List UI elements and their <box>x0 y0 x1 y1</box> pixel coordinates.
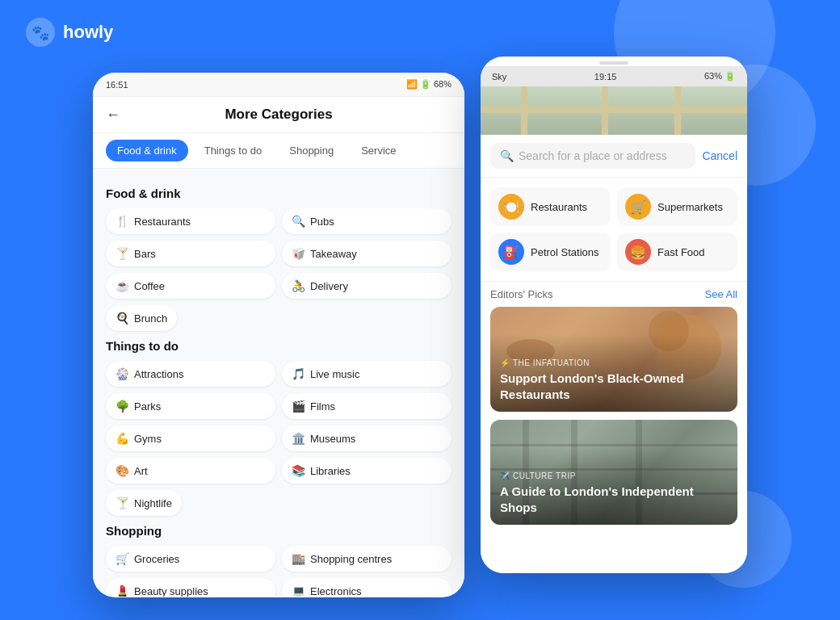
search-row: 🔍 Search for a place or address Cancel <box>490 143 737 169</box>
films-icon: 🎬 <box>292 400 305 413</box>
tab-service[interactable]: Service <box>350 140 407 161</box>
card-title-1: Support London's Black-Owned Restaurants <box>500 371 728 402</box>
editors-picks-label: Editors' Picks <box>490 288 553 300</box>
map-road-v1 <box>521 86 527 135</box>
takeaway-icon: 🥡 <box>292 247 305 260</box>
attractions-icon: 🎡 <box>116 367 129 380</box>
left-phone: 16:51 📶 🔋 68% ← More Categories Food & d… <box>93 73 464 597</box>
source-icon-2: ✈️ <box>500 471 510 480</box>
pill-right-fastfood[interactable]: 🍔 Fast Food <box>617 232 737 271</box>
pill-attractions[interactable]: 🎡 Attractions <box>106 361 275 387</box>
search-placeholder-text: Search for a place or address <box>519 149 667 162</box>
restaurants-cat-icon: 🍽️ <box>498 194 524 220</box>
card-source-2: ✈️ culture trip <box>500 471 728 480</box>
search-input-box[interactable]: 🔍 Search for a place or address <box>490 143 695 169</box>
pill-label: Gyms <box>134 433 162 445</box>
pill-restaurants[interactable]: 🍴 Restaurants <box>106 208 275 234</box>
pill-delivery[interactable]: 🚴 Delivery <box>282 273 452 299</box>
time-right: 19:15 <box>594 72 617 82</box>
petrol-cat-icon: ⛽ <box>498 239 524 265</box>
source-icon-1: ⚡ <box>500 358 510 367</box>
pill-coffee[interactable]: ☕ Coffee <box>106 273 275 299</box>
pill-takeaway[interactable]: 🥡 Takeaway <box>282 241 452 266</box>
tab-shopping[interactable]: Shopping <box>278 140 345 161</box>
categories-content: Food & drink 🍴 Restaurants 🔍 Pubs 🍸 Bars… <box>93 169 464 597</box>
pill-label: Delivery <box>310 280 348 292</box>
art-icon: 🎨 <box>116 464 129 477</box>
pubs-icon: 🔍 <box>292 215 305 228</box>
pill-live-music[interactable]: 🎵 Live music <box>282 361 452 387</box>
cancel-button[interactable]: Cancel <box>702 149 737 162</box>
pill-label: Bars <box>134 248 156 260</box>
restaurants-icon: 🍴 <box>116 215 129 228</box>
phone-header: ← More Categories <box>93 97 464 133</box>
pill-label: Nightlife <box>134 497 172 509</box>
pill-label: Attractions <box>134 368 183 380</box>
pill-label: Museums <box>310 433 355 445</box>
map-road-v3 <box>674 86 681 135</box>
drag-indicator <box>599 61 628 65</box>
pill-electronics[interactable]: 💻 Electronics <box>282 578 452 597</box>
editorial-card-2[interactable]: ✈️ culture trip A Guide to London's Inde… <box>490 420 737 525</box>
editorial-card-1[interactable]: ⚡ THE INFATUATION Support London's Black… <box>490 307 737 412</box>
pill-label: Shopping centres <box>310 553 392 565</box>
tab-things-to-do[interactable]: Things to do <box>193 140 274 161</box>
pill-label: Films <box>310 400 335 413</box>
gyms-icon: 💪 <box>116 432 129 445</box>
pill-label: Live music <box>310 368 359 380</box>
pill-films[interactable]: 🎬 Films <box>282 393 452 419</box>
shopping-grid: 🛒 Groceries 🏬 Shopping centres 💄 Beauty … <box>106 546 452 597</box>
section-title-shopping: Shopping <box>106 524 452 538</box>
pill-bars[interactable]: 🍸 Bars <box>106 241 275 266</box>
see-all-button[interactable]: See All <box>705 288 737 300</box>
pill-shopping-centres[interactable]: 🏬 Shopping centres <box>282 546 452 572</box>
pill-right-restaurants[interactable]: 🍽️ Restaurants <box>490 187 611 226</box>
fastfood-cat-icon: 🍔 <box>625 239 651 265</box>
food-grid-single: 🍳 Brunch <box>106 305 452 331</box>
card-overlay-1: ⚡ THE INFATUATION Support London's Black… <box>490 334 737 412</box>
pill-label: Coffee <box>134 280 165 292</box>
pill-label: Pubs <box>310 216 334 228</box>
tabs-bar: Food & drink Things to do Shopping Servi… <box>93 133 464 169</box>
supermarkets-cat-icon: 🛒 <box>625 194 651 220</box>
pill-label: Brunch <box>134 312 167 325</box>
battery-right: 63% 🔋 <box>704 71 736 82</box>
tab-food-drink[interactable]: Food & drink <box>106 140 188 161</box>
things-grid-single: 🍸 Nightlife <box>106 490 452 516</box>
pill-right-petrol[interactable]: ⛽ Petrol Stations <box>490 232 611 271</box>
pill-brunch[interactable]: 🍳 Brunch <box>106 305 177 331</box>
pill-groceries[interactable]: 🛒 Groceries <box>106 546 275 572</box>
back-button[interactable]: ← <box>106 107 120 124</box>
pill-beauty[interactable]: 💄 Beauty supplies <box>106 578 275 597</box>
pill-right-supermarkets[interactable]: 🛒 Supermarkets <box>617 187 737 226</box>
groceries-icon: 🛒 <box>116 552 129 565</box>
card-overlay-2: ✈️ culture trip A Guide to London's Inde… <box>490 447 737 525</box>
shopping-centres-icon: 🏬 <box>292 552 305 565</box>
section-title-food: Food & drink <box>106 186 452 200</box>
delivery-icon: 🚴 <box>292 279 305 292</box>
pill-nightlife[interactable]: 🍸 Nightlife <box>106 490 182 516</box>
right-phone: Sky 19:15 63% 🔋 🔍 Search for a place or … <box>481 57 747 573</box>
pill-label: Electronics <box>310 585 362 597</box>
pill-libraries[interactable]: 📚 Libraries <box>282 458 452 484</box>
search-bar-area: 🔍 Search for a place or address Cancel <box>481 135 747 178</box>
phones-container: 16:51 📶 🔋 68% ← More Categories Food & d… <box>40 40 800 596</box>
map-area <box>481 86 747 135</box>
cards-area: ⚡ THE INFATUATION Support London's Black… <box>481 307 747 573</box>
source-name-1: THE INFATUATION <box>513 358 590 367</box>
pill-pubs[interactable]: 🔍 Pubs <box>282 208 452 234</box>
pill-art[interactable]: 🎨 Art <box>106 458 275 484</box>
pill-gyms[interactable]: 💪 Gyms <box>106 425 275 451</box>
right-categories: 🍽️ Restaurants 🛒 Supermarkets ⛽ Petrol S… <box>481 178 747 282</box>
svg-text:🐾: 🐾 <box>32 24 50 42</box>
libraries-icon: 📚 <box>292 464 305 477</box>
carrier: Sky <box>492 72 506 82</box>
pill-parks[interactable]: 🌳 Parks <box>106 393 275 419</box>
live-music-icon: 🎵 <box>292 367 305 380</box>
pill-label: Restaurants <box>134 216 191 228</box>
pill-label: Groceries <box>134 553 179 565</box>
food-grid: 🍴 Restaurants 🔍 Pubs 🍸 Bars 🥡 Takeaway ☕ <box>106 208 452 299</box>
nightlife-icon: 🍸 <box>116 496 129 509</box>
time-left: 16:51 <box>106 80 128 90</box>
pill-museums[interactable]: 🏛️ Museums <box>282 425 452 451</box>
